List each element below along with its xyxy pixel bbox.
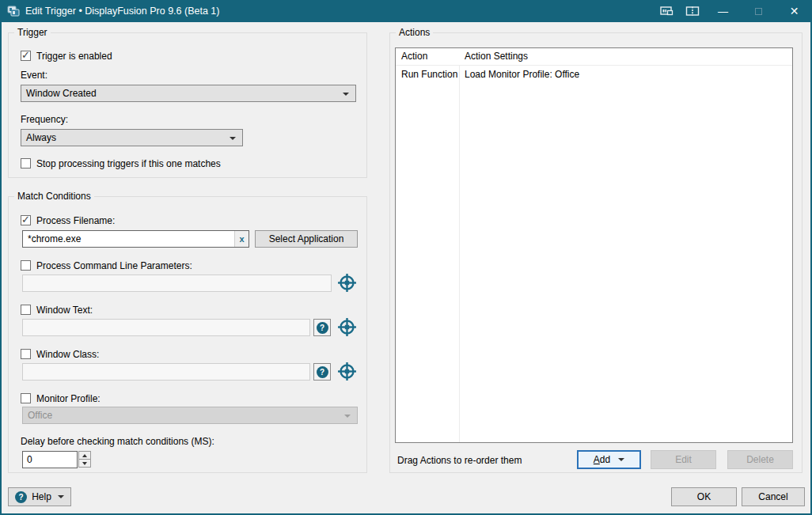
help-icon: ? [15, 491, 27, 503]
frequency-label: Frequency: [21, 114, 68, 125]
drag-hint: Drag Actions to re-order them [397, 455, 522, 466]
checkbox-label: Window Class: [36, 349, 99, 360]
delay-spinner: 0 [22, 451, 91, 468]
checkbox-box [21, 349, 31, 359]
checkbox-box: ✓ [21, 51, 31, 61]
ok-button[interactable]: OK [671, 487, 737, 506]
trigger-enabled-checkbox[interactable]: ✓ Trigger is enabled [21, 50, 112, 62]
delete-button-label: Delete [746, 454, 774, 465]
cmdline-checkbox[interactable]: Process Command Line Parameters: [21, 259, 192, 271]
stop-processing-checkbox[interactable]: Stop processing triggers if this one mat… [21, 157, 221, 169]
actions-list-header: Action Action Settings [396, 48, 792, 66]
monitor-profile-checkbox[interactable]: Monitor Profile: [21, 392, 101, 404]
help-icon: ? [317, 322, 328, 334]
process-filename-input-wrap: *chrome.exe x [22, 230, 249, 248]
trigger-group-title: Trigger [14, 27, 51, 38]
match-conditions-group-title: Match Conditions [14, 191, 94, 202]
column-header-action[interactable]: Action [396, 48, 459, 65]
minimize-icon: — [718, 6, 728, 17]
actions-group-title: Actions [396, 27, 433, 38]
frequency-dropdown[interactable]: Always [21, 129, 243, 146]
delay-label: Delay before checking match conditions (… [21, 436, 214, 447]
checkbox-label: Monitor Profile: [36, 393, 101, 404]
titlebar[interactable]: Edit Trigger • DisplayFusion Pro 9.6 (Be… [0, 0, 812, 22]
ok-button-label: OK [697, 491, 711, 502]
span-window-icon [685, 6, 700, 17]
select-application-button[interactable]: Select Application [255, 230, 358, 248]
window-text-checkbox[interactable]: Window Text: [21, 304, 93, 316]
clear-input-button[interactable]: x [234, 231, 249, 247]
action-cell: Run Function [396, 66, 459, 84]
close-icon: ✕ [790, 5, 799, 17]
chevron-down-icon [343, 93, 349, 96]
action-settings-cell: Load Monitor Profile: Office [459, 66, 792, 84]
maximize-button [741, 0, 776, 22]
action-row[interactable]: Run Function Load Monitor Profile: Offic… [396, 66, 792, 84]
add-button-label: Add [594, 454, 610, 465]
delay-input[interactable]: 0 [22, 451, 78, 468]
edit-button-label: Edit [675, 454, 692, 465]
window-finder-icon[interactable] [336, 272, 358, 293]
close-icon: x [239, 234, 244, 244]
help-icon: ? [317, 366, 328, 378]
maximize-icon [755, 8, 762, 15]
checkbox-box [21, 158, 31, 169]
window-class-input [22, 363, 310, 381]
app-icon [7, 5, 20, 17]
minimize-button[interactable]: — [705, 0, 741, 22]
window-finder-icon[interactable] [336, 361, 358, 382]
window-text-help-button[interactable]: ? [313, 319, 331, 336]
frequency-dropdown-value: Always [26, 132, 56, 143]
cancel-button-label: Cancel [758, 491, 787, 502]
cmdline-input [22, 275, 332, 292]
checkbox-label: Window Text: [36, 305, 93, 316]
close-button[interactable]: ✕ [776, 0, 812, 22]
checkbox-label: Trigger is enabled [36, 51, 112, 62]
spinner-down-button[interactable] [78, 459, 91, 468]
monitor-profile-dropdown: Office [22, 407, 358, 424]
actions-list: Action Action Settings Run Function Load… [395, 47, 793, 443]
checkbox-label: Process Command Line Parameters: [36, 260, 192, 271]
event-dropdown[interactable]: Window Created [21, 85, 356, 102]
event-label: Event: [21, 70, 47, 81]
window-finder-icon[interactable] [336, 316, 358, 338]
chevron-down-icon [230, 137, 236, 140]
chevron-down-icon [344, 415, 351, 418]
edit-trigger-dialog: Edit Trigger • DisplayFusion Pro 9.6 (Be… [0, 0, 812, 515]
process-filename-input[interactable]: *chrome.exe [23, 231, 234, 247]
move-window-icon [660, 6, 674, 17]
help-button[interactable]: ? Help [8, 487, 71, 506]
add-action-button[interactable]: Add [577, 450, 641, 469]
checkbox-label: Stop processing triggers if this one mat… [36, 158, 221, 169]
checkbox-box: ✓ [21, 215, 31, 225]
monitor-profile-value: Office [28, 410, 52, 421]
window-class-checkbox[interactable]: Window Class: [21, 348, 99, 360]
checkbox-box [21, 305, 31, 315]
checkbox-box [21, 260, 31, 271]
window-title: Edit Trigger • DisplayFusion Pro 9.6 (Be… [25, 6, 219, 17]
column-header-action-settings[interactable]: Action Settings [459, 48, 792, 65]
process-filename-checkbox[interactable]: ✓ Process Filename: [21, 214, 115, 226]
delete-action-button: Delete [727, 450, 793, 469]
checkbox-label: Process Filename: [36, 215, 115, 226]
column-divider [459, 48, 460, 442]
event-dropdown-value: Window Created [26, 88, 97, 99]
select-application-label: Select Application [269, 233, 344, 244]
span-window-titlebar-button[interactable] [680, 0, 705, 22]
window-class-help-button[interactable]: ? [313, 363, 331, 381]
check-icon: ✓ [21, 214, 30, 225]
chevron-down-icon [82, 462, 87, 465]
window-text-input [22, 319, 310, 336]
cancel-button[interactable]: Cancel [742, 487, 805, 506]
chevron-up-icon [82, 454, 87, 457]
chevron-down-icon [618, 458, 624, 461]
move-window-titlebar-button[interactable] [655, 0, 680, 22]
chevron-down-icon [58, 495, 64, 498]
check-icon: ✓ [21, 49, 30, 61]
checkbox-box [21, 393, 31, 403]
help-button-label: Help [32, 491, 51, 502]
edit-action-button: Edit [651, 450, 716, 469]
